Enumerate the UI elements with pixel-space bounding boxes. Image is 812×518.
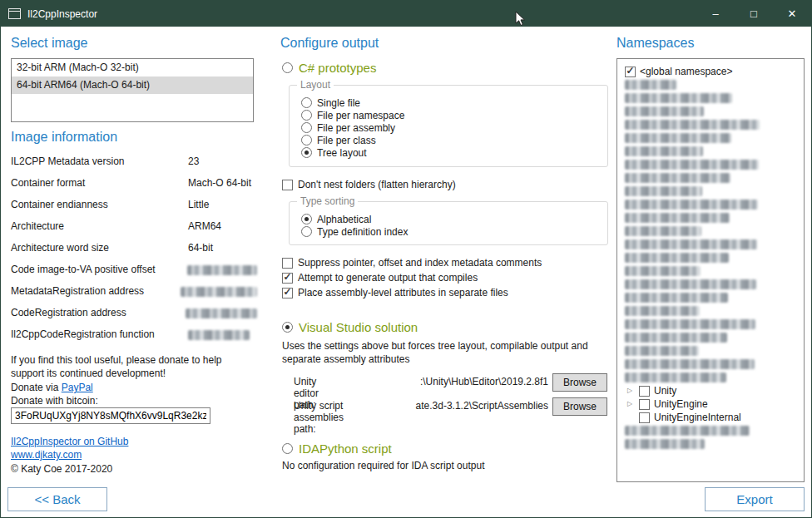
donate-text: If you find this tool useful, please don… (11, 353, 252, 380)
namespace-item-blurred[interactable] (625, 171, 799, 185)
checkbox-generate-compilable-output[interactable]: Attempt to generate output that compiles (282, 271, 478, 284)
namespace-item-global[interactable]: <global namespace> (625, 65, 799, 78)
expander-icon[interactable] (625, 397, 635, 411)
namespace-item-blurred[interactable] (625, 264, 799, 278)
namespace-item-blurred[interactable] (625, 318, 799, 331)
radio-file-per-class[interactable]: File per class (301, 134, 607, 146)
radio-label: IDAPython script (299, 442, 392, 456)
namespaces-panel: <global namespace> Unity UnityEngine Uni… (616, 58, 805, 482)
info-row: Architecture word size 64-bit (11, 242, 257, 264)
radio-single-file[interactable]: Single file (301, 96, 607, 109)
radio-file-per-assembly[interactable]: File per assembly (301, 121, 607, 134)
redacted-namespace (625, 239, 757, 249)
redacted-namespace (625, 93, 732, 103)
namespace-label: <global namespace> (640, 66, 732, 77)
donate-via-label: Donate via (11, 382, 62, 393)
namespace-item-blurred[interactable] (625, 437, 799, 451)
namespace-item-blurred[interactable] (625, 371, 799, 384)
radio-idapython-script[interactable]: IDAPython script (282, 441, 392, 456)
minimize-button[interactable]: – (696, 1, 735, 27)
checkbox-icon[interactable] (639, 412, 650, 423)
namespace-item-blurred[interactable] (625, 238, 799, 251)
radio-icon (282, 322, 293, 333)
radio-type-definition-index[interactable]: Type definition index (301, 225, 607, 238)
namespace-item-blurred[interactable] (625, 331, 799, 344)
donate-bitcoin-label: Donate with bitcoin: (11, 395, 98, 407)
copyright-text: © Katy Coe 2017-2020 (11, 463, 112, 475)
redacted-namespace (625, 120, 760, 130)
back-button[interactable]: << Back (7, 487, 107, 511)
checkbox-flatten-hierarchy[interactable]: Don't nest folders (flatten hierarchy) (282, 178, 456, 191)
redacted-namespace (625, 346, 699, 356)
namespace-item-blurred[interactable] (625, 291, 799, 304)
maximize-button[interactable]: □ (735, 1, 773, 27)
namespace-item-unityengine[interactable]: UnityEngine (625, 397, 799, 411)
ida-description: No configuration required for IDA script… (282, 460, 608, 471)
browse-script-path-button[interactable]: Browse (552, 397, 607, 416)
website-link[interactable]: www.djkaty.com (11, 449, 82, 461)
namespace-item-blurred[interactable] (625, 358, 799, 371)
namespace-item-blurred[interactable] (625, 131, 799, 145)
namespace-item-blurred[interactable] (625, 118, 799, 131)
namespace-item-blurred[interactable] (625, 224, 799, 238)
redacted-namespace (625, 200, 758, 210)
namespace-item-blurred[interactable] (625, 158, 799, 171)
namespace-item-unityengineinternal[interactable]: UnityEngineInternal (625, 411, 799, 424)
namespace-item-blurred[interactable] (625, 278, 799, 291)
titlebar[interactable]: Il2CppInspector – □ ✕ (1, 1, 811, 27)
radio-alphabetical[interactable]: Alphabetical (301, 213, 607, 225)
namespace-label: UnityEngineInternal (654, 412, 741, 423)
app-window: Il2CppInspector – □ ✕ Select image 32-bi… (0, 0, 812, 518)
unity-editor-path-value: :\Unity\Hub\Editor\2019.2.8f1 (385, 376, 548, 387)
redacted-value (187, 264, 257, 275)
namespace-item-blurred[interactable] (625, 91, 799, 105)
checkbox-label: Place assembly-level attributes in separ… (298, 287, 508, 298)
radio-visual-studio-solution[interactable]: Visual Studio solution (282, 319, 418, 335)
namespace-item-blurred[interactable] (625, 185, 799, 198)
redacted-namespace (625, 173, 730, 183)
radio-label: File per assembly (317, 122, 395, 134)
radio-file-per-namespace[interactable]: File per namespace (301, 109, 607, 121)
radio-csharp-prototypes[interactable]: C# prototypes (282, 60, 376, 76)
redacted-namespace (625, 213, 730, 223)
export-button[interactable]: Export (705, 487, 805, 511)
radio-tree-layout[interactable]: Tree layout (301, 146, 607, 159)
browse-editor-path-button[interactable]: Browse (552, 373, 607, 392)
namespace-item-blurred[interactable] (625, 145, 799, 158)
namespace-item-blurred[interactable] (625, 211, 799, 224)
redacted-value (186, 307, 257, 318)
image-listbox: 32-bit ARM (Mach-O 32-bit) 64-bit ARM64 … (11, 58, 254, 122)
list-item-64bit-arm64[interactable]: 64-bit ARM64 (Mach-O 64-bit) (12, 76, 253, 94)
info-row: IL2CPP Metadata version 23 (11, 155, 257, 177)
radio-label: Single file (317, 97, 360, 109)
radio-icon (282, 443, 293, 454)
layout-group-label: Layout (297, 79, 334, 91)
redacted-namespace (625, 186, 702, 196)
checkbox-separate-assembly-attributes[interactable]: Place assembly-level attributes in separ… (282, 286, 508, 299)
redacted-namespace (625, 306, 700, 316)
bitcoin-address-input[interactable] (11, 407, 210, 424)
namespace-item-blurred[interactable] (625, 304, 799, 318)
checkbox-suppress-metadata-comments[interactable]: Suppress pointer, offset and index metad… (282, 256, 542, 269)
list-item-32bit-arm[interactable]: 32-bit ARM (Mach-O 32-bit) (12, 59, 253, 76)
namespace-item-blurred[interactable] (625, 344, 799, 358)
redacted-namespace (625, 372, 726, 382)
namespace-item-unity[interactable]: Unity (625, 384, 799, 397)
checkbox-icon (282, 273, 293, 284)
namespace-item-blurred[interactable] (625, 198, 799, 211)
close-button[interactable]: ✕ (773, 1, 811, 27)
paypal-link[interactable]: PayPal (62, 382, 93, 393)
namespace-item-blurred[interactable] (625, 424, 799, 437)
radio-icon (301, 226, 312, 237)
checkbox-icon[interactable] (639, 399, 650, 410)
checkbox-icon[interactable] (639, 386, 650, 397)
expander-icon[interactable] (625, 384, 635, 397)
info-row: Container endianness Little (11, 199, 257, 220)
checkbox-icon[interactable] (625, 67, 636, 77)
github-link[interactable]: Il2CppInspector on GitHub (11, 436, 128, 447)
type-sorting-group-label: Type sorting (297, 195, 358, 207)
namespace-item-blurred[interactable] (625, 105, 799, 118)
namespace-item-blurred[interactable] (625, 78, 799, 91)
namespace-item-blurred[interactable] (625, 251, 799, 264)
namespace-blurred-list (625, 78, 799, 384)
